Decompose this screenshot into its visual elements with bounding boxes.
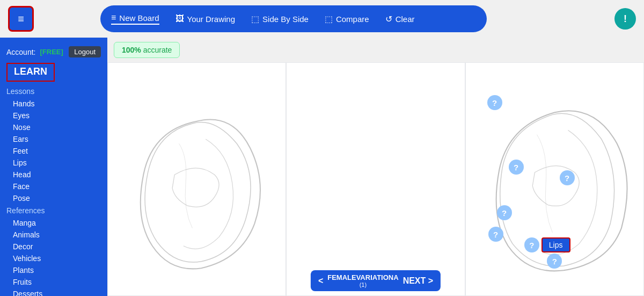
sidebar-item-desserts[interactable]: Desserts [0,288,107,296]
sidebar: Account: [FREE] Logout LEARN Lessons Han… [0,38,107,296]
drawing-toolbar: 100% accurate [107,38,644,62]
nav-new-board[interactable]: ≡ New Board [111,13,159,25]
sidebar-item-decor[interactable]: Decor [0,241,107,252]
sidebar-item-hands[interactable]: Hands [0,98,107,110]
sidebar-item-feet[interactable]: Feet [0,145,107,157]
lesson-subtitle: (1) [327,281,398,288]
accuracy-badge: 100% accurate [114,42,180,58]
back-label[interactable]: BACK [292,284,310,291]
sidebar-item-manga[interactable]: Manga [0,217,107,229]
question-bubble-5[interactable]: ? [488,227,503,242]
user-drawing-panel[interactable] [107,62,286,296]
lips-question-bubble[interactable]: ? [524,237,539,252]
question-bubble-1[interactable]: ? [487,95,502,110]
plan-badge: [FREE] [40,48,63,56]
nav-your-drawing[interactable]: 🖼 Your Drawing [175,14,236,24]
side-by-side-icon: ⬚ [251,14,259,24]
sidebar-lessons-group[interactable]: Lessons [0,85,107,98]
question-bubble-3[interactable]: ? [560,170,575,185]
sidebar-account: Account: [FREE] Logout [0,44,107,63]
question-bubble-6[interactable]: ? [547,254,562,269]
top-bar: ≡ ≡ New Board 🖼 Your Drawing ⬚ Side By S… [0,0,644,38]
hamburger-icon: ≡ [18,13,24,25]
new-board-icon: ≡ [111,13,116,23]
your-drawing-icon: 🖼 [175,14,184,24]
sidebar-section-title: LEARN [6,63,55,82]
info-icon: ! [624,13,627,25]
question-bubble-2[interactable]: ? [509,160,524,175]
nav-clear[interactable]: ↺ Clear [385,14,415,24]
info-button[interactable]: ! [614,8,636,30]
next-arrow[interactable]: NEXT > [403,276,433,286]
sidebar-item-nose[interactable]: Nose [0,121,107,133]
lips-label-container: ? Lips [524,237,570,252]
nav-compare[interactable]: ⬚ Compare [325,14,369,24]
drawing-area: 100% accurate [107,38,644,296]
sidebar-item-pose[interactable]: Pose [0,192,107,204]
sidebar-item-fruits[interactable]: Fruits [0,276,107,288]
sidebar-item-head[interactable]: Head [0,169,107,181]
sidebar-item-lips[interactable]: Lips [0,157,107,169]
panels-row: < FEMALEVARIATIONA (1) NEXT > BACK [107,62,644,296]
lesson-info: FEMALEVARIATIONA (1) [327,273,398,288]
sidebar-item-ears[interactable]: Ears [0,133,107,145]
logout-button[interactable]: Logout [69,46,101,57]
lips-tag[interactable]: Lips [541,237,570,252]
main-content: Account: [FREE] Logout LEARN Lessons Han… [0,38,644,296]
accuracy-percent: 100% [122,46,141,54]
reference-panel: < FEMALEVARIATIONA (1) NEXT > BACK [286,62,465,296]
sidebar-item-face[interactable]: Face [0,181,107,192]
prev-arrow[interactable]: < [318,276,323,286]
sidebar-references-group[interactable]: References [0,204,107,217]
feedback-panel: ? ? ? ? ? ? ? Lips [465,62,644,296]
nav-pill: ≡ New Board 🖼 Your Drawing ⬚ Side By Sid… [100,5,487,32]
hamburger-button[interactable]: ≡ [8,6,34,32]
clear-icon: ↺ [385,14,392,24]
sidebar-item-vehicles[interactable]: Vehicles [0,252,107,264]
lesson-title: FEMALEVARIATIONA [327,273,398,281]
compare-icon: ⬚ [325,14,333,24]
account-label: Account: [6,48,35,56]
sidebar-item-eyes[interactable]: Eyes [0,110,107,121]
panel-bottom-nav: < FEMALEVARIATIONA (1) NEXT > [311,270,441,291]
question-bubble-4[interactable]: ? [497,205,512,220]
sidebar-item-plants[interactable]: Plants [0,264,107,276]
sidebar-item-animals[interactable]: Animals [0,229,107,241]
user-sketch-svg [108,63,286,295]
nav-side-by-side[interactable]: ⬚ Side By Side [251,14,309,24]
